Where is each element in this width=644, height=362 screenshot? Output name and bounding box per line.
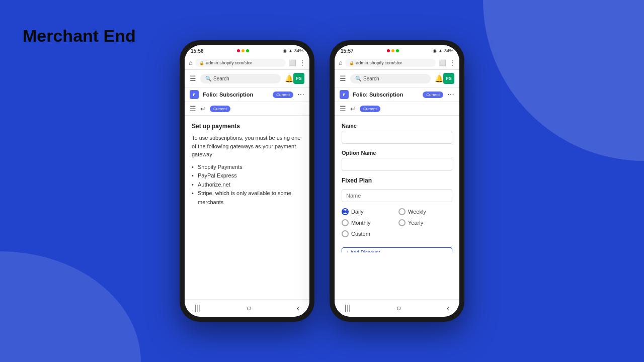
radio-options-grid: Daily Weekly Monthly	[342, 208, 452, 237]
nav-recent-1[interactable]: |||	[195, 304, 201, 313]
name-section: Name	[342, 123, 452, 144]
search-label-2: Search	[363, 76, 379, 81]
radio-label-monthly: Monthly	[351, 220, 371, 226]
status-time-1: 15:56	[191, 48, 204, 54]
radio-label-custom: Custom	[351, 231, 370, 237]
url-text-1: admin.shopify.com/stor	[206, 60, 252, 65]
nav-icon-2[interactable]: ☰	[340, 105, 346, 113]
radio-circle-yearly	[398, 219, 406, 226]
add-discount-container: + Add Discount	[342, 242, 452, 252]
status-bar-2: 15:57 ◉ ▲ 84%	[335, 45, 459, 56]
nav-home-2[interactable]: ○	[396, 304, 401, 313]
url-text-2: admin.shopify.com/stor	[356, 60, 402, 65]
name-input[interactable]	[342, 131, 452, 144]
plan-name-input[interactable]	[342, 189, 452, 202]
setup-text: To use subscriptions, you must be using …	[192, 134, 302, 159]
search-box-2[interactable]: 🔍 Search	[350, 74, 431, 83]
app-header-2: ☰ 🔍 Search 🔔 FS	[335, 70, 459, 87]
menu-icon-1[interactable]: ⋮	[299, 59, 305, 66]
option-name-input[interactable]	[342, 158, 452, 171]
menu-icon-2[interactable]: ⋮	[449, 59, 455, 66]
folio-logo-2: F	[340, 90, 349, 99]
radio-label-weekly: Weekly	[408, 209, 426, 215]
browser-actions-2: ⬜ ⋮	[439, 59, 455, 66]
radio-weekly[interactable]: Weekly	[398, 208, 452, 215]
radio-circle-monthly	[342, 219, 349, 226]
option-name-label: Option Name	[342, 150, 452, 156]
bg-decoration-top	[483, 0, 644, 161]
bell-icon-2[interactable]: 🔔	[435, 74, 443, 82]
radio-custom[interactable]: Custom	[342, 230, 395, 237]
status-dot-red-1	[237, 49, 240, 52]
phone-1-screen: 15:56 ◉ ▲ 84% ⌂ 🔒 admin.shopify.com/stor	[185, 45, 309, 317]
name-label: Name	[342, 123, 452, 129]
sub-header-menu-1[interactable]: ⋯	[297, 90, 304, 99]
search-box-1[interactable]: 🔍 Search	[200, 74, 281, 83]
radio-monthly[interactable]: Monthly	[342, 219, 395, 226]
fixed-plan-section: Fixed Plan Daily Weekl	[342, 177, 452, 252]
back-icon-1[interactable]: ↩	[200, 105, 206, 113]
nav-back-2[interactable]: ‹	[447, 304, 449, 313]
url-bar-2[interactable]: 🔒 admin.shopify.com/stor	[345, 59, 436, 67]
nav-home-1[interactable]: ○	[247, 304, 252, 313]
home-icon-2: ⌂	[339, 59, 342, 66]
tab-icon-1[interactable]: ⬜	[289, 59, 296, 66]
nav-recent-2[interactable]: |||	[345, 304, 351, 313]
radio-circle-custom	[342, 230, 349, 237]
back-icon-2[interactable]: ↩	[350, 105, 356, 113]
radio-yearly[interactable]: Yearly	[398, 219, 452, 226]
breadcrumb-row-1: ☰ ↩ Current	[185, 102, 309, 116]
phone-1-content: Set up payments To use subscriptions, yo…	[185, 116, 309, 299]
phone-1: 15:56 ◉ ▲ 84% ⌂ 🔒 admin.shopify.com/stor	[180, 40, 314, 322]
sub-header-title-1: Folio: Subscription	[203, 92, 269, 98]
tab-icon-2[interactable]: ⬜	[439, 59, 446, 66]
list-item-3: Authorize.net	[192, 180, 302, 190]
bottom-nav-1: ||| ○ ‹	[185, 299, 309, 317]
status-dot-red-2	[387, 49, 390, 52]
sub-header-menu-2[interactable]: ⋯	[447, 90, 454, 99]
list-item-2: PayPal Express	[192, 171, 302, 180]
status-icons-2: ◉ ▲ 84%	[433, 48, 453, 53]
fixed-plan-title: Fixed Plan	[342, 177, 452, 184]
bell-icon-1[interactable]: 🔔	[285, 74, 293, 82]
current-badge-2: Current	[423, 92, 443, 98]
url-bar-1[interactable]: 🔒 admin.shopify.com/stor	[195, 59, 286, 67]
status-dot-yellow-2	[391, 49, 394, 52]
sub-header-2: F Folio: Subscription Current ⋯	[335, 87, 459, 102]
status-icons-1: ◉ ▲ 84%	[283, 48, 303, 53]
bg-decoration-bottom	[0, 251, 141, 362]
radio-circle-weekly	[398, 208, 406, 215]
status-bar-1: 15:56 ◉ ▲ 84%	[185, 45, 309, 56]
status-dot-yellow-1	[242, 49, 245, 52]
option-name-section: Option Name	[342, 150, 452, 171]
avatar-2: FS	[443, 73, 454, 84]
radio-daily[interactable]: Daily	[342, 208, 395, 215]
nav-icon-1[interactable]: ☰	[190, 105, 196, 113]
status-dot-green-2	[396, 49, 399, 52]
folio-logo-1: F	[190, 90, 199, 99]
browser-bar-2: ⌂ 🔒 admin.shopify.com/stor ⬜ ⋮	[335, 56, 459, 70]
add-discount-button[interactable]: + Add Discount	[342, 247, 452, 252]
sub-header-1: F Folio: Subscription Current ⋯	[185, 87, 309, 102]
list-item-1: Shopify Payments	[192, 163, 302, 172]
hamburger-icon-2[interactable]: ☰	[340, 74, 346, 82]
lock-icon-1: 🔒	[199, 61, 204, 65]
phone-2-content: Name Option Name Fixed Plan	[335, 116, 459, 299]
setup-title: Set up payments	[192, 123, 302, 130]
list-item-4: Stripe, which is only available to some …	[192, 189, 302, 207]
home-icon-1: ⌂	[189, 59, 192, 66]
phones-container: 15:56 ◉ ▲ 84% ⌂ 🔒 admin.shopify.com/stor	[180, 40, 464, 322]
radio-label-daily: Daily	[351, 209, 363, 215]
browser-actions-1: ⬜ ⋮	[289, 59, 305, 66]
status-dot-green-1	[246, 49, 249, 52]
current-badge-1: Current	[273, 92, 293, 98]
breadcrumb-badge-2: Current	[360, 106, 380, 112]
phone-2: 15:57 ◉ ▲ 84% ⌂ 🔒 admin.shopify.com/stor	[330, 40, 464, 322]
search-label-1: Search	[213, 76, 229, 81]
nav-back-1[interactable]: ‹	[297, 304, 299, 313]
radio-label-yearly: Yearly	[408, 220, 423, 226]
hamburger-icon-1[interactable]: ☰	[190, 74, 196, 82]
radio-circle-daily	[342, 208, 349, 215]
avatar-1: FS	[293, 73, 304, 84]
status-time-2: 15:57	[341, 48, 354, 54]
